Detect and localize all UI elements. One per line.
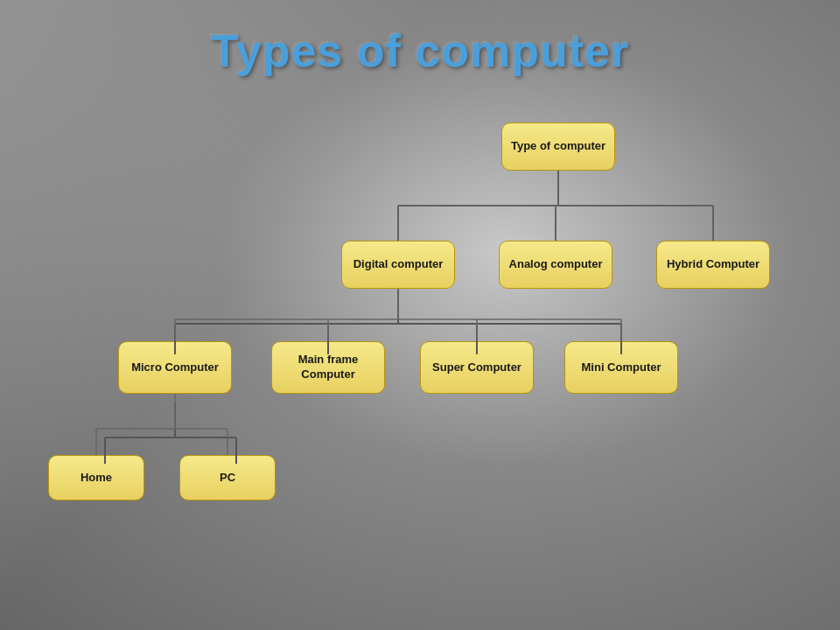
node-mainframe: Main frame Computer bbox=[271, 341, 385, 394]
node-micro: Micro Computer bbox=[118, 341, 232, 394]
node-pc: PC bbox=[179, 455, 276, 500]
node-root: Type of computer bbox=[501, 122, 615, 171]
node-digital: Digital computer bbox=[341, 241, 455, 289]
node-mini: Mini Computer bbox=[564, 341, 678, 394]
node-hybrid: Hybrid Computer bbox=[656, 241, 770, 289]
page-title: Types of computer bbox=[0, 24, 840, 77]
node-home: Home bbox=[48, 455, 144, 500]
node-super: Super Computer bbox=[420, 341, 534, 394]
node-analog: Analog computer bbox=[499, 241, 612, 289]
